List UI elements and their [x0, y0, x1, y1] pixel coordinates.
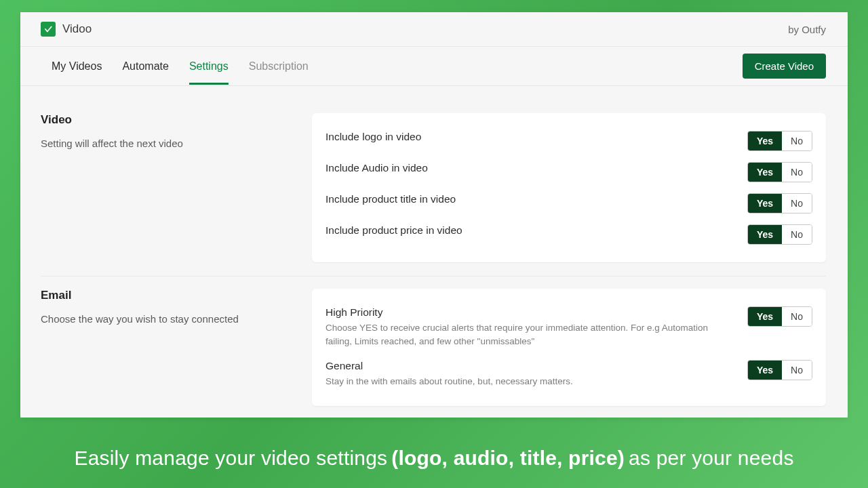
- setting-help: Stay in the with emails about routine, b…: [326, 375, 734, 388]
- toggle-yes[interactable]: Yes: [748, 307, 782, 326]
- card-email: High Priority Choose YES to receive cruc…: [312, 289, 826, 406]
- setting-include-audio: Include Audio in video Yes No: [326, 157, 812, 188]
- setting-include-logo: Include logo in video Yes No: [326, 125, 812, 157]
- section-video-title: Video: [41, 113, 292, 127]
- toggle-no[interactable]: No: [782, 163, 812, 182]
- brand-byline: by Outfy: [788, 24, 826, 35]
- toggle-yes[interactable]: Yes: [748, 163, 782, 182]
- section-email-side: Email Choose the way you wish to stay co…: [41, 289, 292, 406]
- setting-label: Include product price in video: [326, 224, 734, 237]
- caption-post: as per your needs: [629, 447, 794, 470]
- topbar: Vidoo by Outfy: [20, 12, 848, 47]
- setting-label: High Priority: [326, 306, 734, 319]
- setting-general: General Stay in the with emails about ro…: [326, 354, 812, 394]
- toggle-include-price: Yes No: [747, 224, 812, 245]
- toggle-no[interactable]: No: [782, 225, 812, 244]
- brand: Vidoo: [41, 22, 92, 37]
- toggle-include-audio: Yes No: [747, 162, 812, 182]
- app-shell: Vidoo by Outfy My Videos Automate Settin…: [20, 12, 848, 418]
- section-video: Video Setting will affect the next video…: [41, 101, 826, 276]
- brand-logo-icon: [41, 22, 56, 37]
- setting-label: Include logo in video: [326, 131, 734, 143]
- nav-row: My Videos Automate Settings Subscription…: [20, 47, 848, 86]
- toggle-include-title: Yes No: [747, 193, 812, 214]
- toggle-high-priority: Yes No: [747, 306, 812, 327]
- caption-pre: Easily manage your video settings: [74, 447, 387, 470]
- toggle-no[interactable]: No: [782, 194, 812, 213]
- tab-settings[interactable]: Settings: [189, 48, 229, 85]
- toggle-no[interactable]: No: [782, 361, 812, 380]
- setting-include-price: Include product price in video Yes No: [326, 219, 812, 250]
- setting-high-priority: High Priority Choose YES to receive cruc…: [326, 301, 812, 354]
- card-video: Include logo in video Yes No Include Aud…: [312, 113, 826, 262]
- tab-subscription[interactable]: Subscription: [249, 48, 309, 85]
- toggle-yes[interactable]: Yes: [748, 131, 782, 150]
- setting-help: Choose YES to receive crucial alerts tha…: [326, 321, 734, 349]
- tabs: My Videos Automate Settings Subscription: [52, 48, 309, 85]
- setting-label: Include Audio in video: [326, 162, 734, 174]
- toggle-yes[interactable]: Yes: [748, 361, 782, 380]
- section-email: Email Choose the way you wish to stay co…: [41, 276, 826, 418]
- setting-include-title: Include product title in video Yes No: [326, 188, 812, 219]
- brand-name: Vidoo: [62, 22, 92, 36]
- tab-automate[interactable]: Automate: [122, 48, 168, 85]
- content: Video Setting will affect the next video…: [20, 86, 848, 418]
- section-video-desc: Setting will affect the next video: [41, 138, 292, 149]
- toggle-yes[interactable]: Yes: [748, 225, 782, 244]
- toggle-include-logo: Yes No: [747, 131, 812, 151]
- toggle-yes[interactable]: Yes: [748, 194, 782, 213]
- section-email-desc: Choose the way you wish to stay connecte…: [41, 313, 292, 325]
- setting-label: Include product title in video: [326, 193, 734, 205]
- toggle-no[interactable]: No: [782, 131, 812, 150]
- toggle-general: Yes No: [747, 360, 812, 380]
- setting-label: General: [326, 360, 734, 372]
- section-video-side: Video Setting will affect the next video: [41, 113, 292, 262]
- tab-my-videos[interactable]: My Videos: [52, 48, 102, 85]
- caption-bold: (logo, audio, title, price): [391, 447, 625, 470]
- promo-caption: Easily manage your video settings (logo,…: [0, 428, 868, 488]
- toggle-no[interactable]: No: [782, 307, 812, 326]
- create-video-button[interactable]: Create Video: [743, 54, 826, 79]
- section-email-title: Email: [41, 289, 292, 302]
